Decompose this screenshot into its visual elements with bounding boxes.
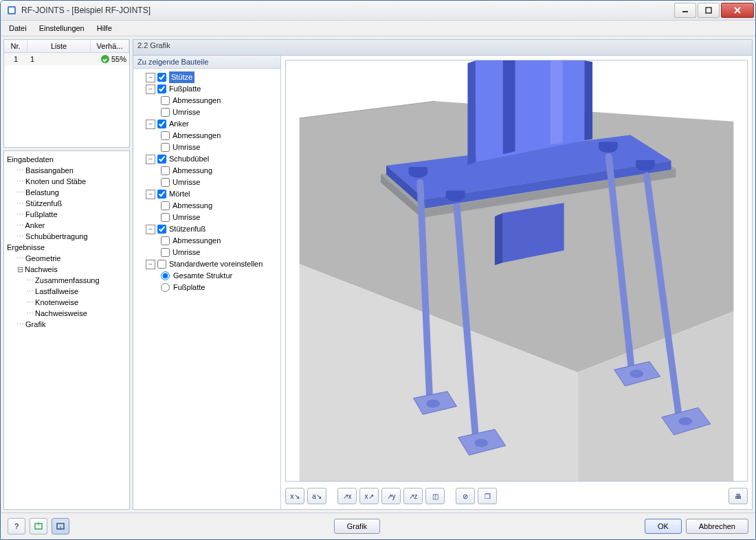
navigation-tree[interactable]: Eingabedaten ⋯ Basisangaben ⋯ Knoten und… (3, 150, 130, 510)
component-tree-header: Zu zeigende Bauteile (133, 56, 280, 69)
print-button[interactable]: 🖶 (729, 488, 748, 504)
view-btn-z[interactable]: ↗z (403, 488, 423, 504)
chk-sf-abm[interactable] (161, 236, 170, 245)
chk-std[interactable] (157, 260, 166, 269)
menu-settings[interactable]: Einstellungen (34, 23, 90, 34)
cell-ratio: 55% (91, 53, 129, 65)
node-moertel[interactable]: –Mörtel (135, 188, 279, 200)
view-btn-multi[interactable]: ❐ (478, 488, 497, 504)
grafik-button[interactable]: Grafik (334, 519, 380, 534)
nav-fussplatte[interactable]: ⋯ Fußplatte (7, 209, 126, 220)
view-btn-y[interactable]: ↗y (381, 488, 401, 504)
svg-rect-27 (599, 142, 618, 148)
node-std-fp[interactable]: Fußplatte (135, 282, 279, 293)
3d-viewport[interactable] (285, 60, 748, 482)
nav-schub[interactable]: ⋯ Schubübertragung (7, 231, 126, 242)
nav-zusammenfassung[interactable]: ⋯ Zusammenfassung (7, 275, 126, 286)
view-btn-iso[interactable]: ↗x (337, 488, 357, 504)
node-anker-abm[interactable]: Abmessungen (135, 130, 279, 142)
nav-anker[interactable]: ⋯ Anker (7, 220, 126, 231)
view-btn-zoom[interactable]: ⊘ (456, 488, 475, 504)
chk-stuetzenfuss[interactable] (157, 225, 166, 234)
node-fp-umr[interactable]: Umrisse (135, 106, 279, 118)
node-sf-umr[interactable]: Umrisse (135, 247, 279, 258)
nav-stuetzenfuss[interactable]: ⋯ Stützenfuß (7, 198, 126, 209)
nav-nachweis[interactable]: ⊟Nachweis (7, 264, 126, 275)
node-fussplatte[interactable]: –Fußplatte (135, 83, 279, 95)
footer-btn-import[interactable] (30, 518, 47, 535)
table-row[interactable]: 1 1 55% (4, 53, 129, 65)
svg-rect-31 (636, 160, 655, 167)
minimize-button[interactable] (674, 3, 696, 18)
node-anker-umr[interactable]: Umrisse (135, 142, 279, 153)
chk-anker-umr[interactable] (161, 143, 170, 152)
radio-gesamte[interactable] (161, 271, 170, 280)
chk-anker-abm[interactable] (161, 131, 170, 140)
node-mo-abm[interactable]: Abmessung (135, 200, 279, 212)
svg-marker-18 (467, 60, 476, 165)
svg-rect-25 (409, 167, 428, 174)
chk-mo-abm[interactable] (161, 201, 170, 210)
chk-sf-umr[interactable] (161, 248, 170, 257)
footer-btn-export[interactable] (52, 518, 69, 535)
view-btn-box[interactable]: ◫ (425, 488, 445, 504)
chk-schubduebel[interactable] (157, 155, 166, 164)
svg-marker-19 (584, 60, 592, 140)
maximize-button[interactable] (698, 3, 720, 18)
nav-lastfallweise[interactable]: ⋯ Lastfallweise (7, 286, 126, 297)
svg-point-43 (678, 417, 692, 425)
nav-nachweisweise[interactable]: ⋯ Nachweisweise (7, 308, 126, 319)
nav-geometrie[interactable]: ⋯ Geometrie (7, 253, 126, 264)
nav-knoten[interactable]: ⋯ Knoten und Stäbe (7, 176, 126, 187)
view-btn-arot[interactable]: a↘ (307, 488, 326, 504)
view-btn-x[interactable]: x↗ (359, 488, 379, 504)
menu-help[interactable]: Hilfe (91, 23, 118, 34)
viewer-toolbar: x↘ a↘ ↗x x↗ ↗y ↗z ◫ ⊘ ❐ 🖶 (281, 486, 752, 509)
node-sf-abm[interactable]: Abmessungen (135, 235, 279, 247)
chk-fp-abm[interactable] (161, 96, 170, 105)
chk-sd-abm[interactable] (161, 166, 170, 175)
svg-rect-1 (9, 8, 14, 13)
svg-marker-20 (503, 60, 515, 154)
window-title: RF-JOINTS - [Beispiel RF-JOINTS] (21, 5, 673, 15)
chk-stuetze[interactable] (157, 73, 166, 82)
panel-title: 2.2 Grafik (133, 39, 753, 55)
ok-button[interactable]: OK (645, 519, 682, 534)
chk-sd-umr[interactable] (161, 178, 170, 187)
node-anker[interactable]: –Anker (135, 118, 279, 130)
nav-knotenweise[interactable]: ⋯ Knotenweise (7, 297, 126, 308)
node-standardwerte[interactable]: –Standardwerte voreinstellen (135, 258, 279, 270)
node-sd-umr[interactable]: Umrisse (135, 177, 279, 188)
radio-fussplatte[interactable] (161, 283, 170, 292)
cancel-button[interactable]: Abbrechen (686, 519, 748, 534)
menubar: Datei Einstellungen Hilfe (1, 21, 755, 36)
node-schubduebel[interactable]: –Schubdübel (135, 153, 279, 165)
node-sd-abm[interactable]: Abmessung (135, 165, 279, 177)
close-button[interactable] (721, 3, 754, 18)
cell-nr: 1 (4, 53, 27, 65)
dialog-footer: ? Grafik OK Abbrechen (1, 513, 755, 539)
nav-ergebnisse[interactable]: Ergebnisse (7, 242, 126, 253)
svg-marker-23 (495, 213, 503, 265)
chk-moertel[interactable] (157, 190, 166, 199)
help-button[interactable]: ? (8, 518, 25, 535)
chk-fp-umr[interactable] (161, 108, 170, 117)
nav-eingabedaten[interactable]: Eingabedaten (7, 154, 126, 165)
chk-fussplatte[interactable] (157, 85, 166, 93)
menu-file[interactable]: Datei (3, 23, 32, 34)
node-stuetze[interactable]: –Stütze (135, 71, 279, 83)
nav-grafik[interactable]: ⋯ Grafik (7, 319, 126, 330)
ratio-value: 55% (111, 55, 126, 63)
node-mo-umr[interactable]: Umrisse (135, 212, 279, 223)
nav-belastung[interactable]: ⋯ Belastung (7, 187, 126, 198)
node-fp-abm[interactable]: Abmessungen (135, 95, 279, 106)
nav-basisangaben[interactable]: ⋯ Basisangaben (7, 165, 126, 176)
view-btn-xrot[interactable]: x↘ (285, 488, 304, 504)
node-stuetzenfuss[interactable]: –Stützenfuß (135, 223, 279, 235)
col-list[interactable]: Liste (27, 40, 91, 52)
chk-anker[interactable] (157, 120, 166, 128)
chk-mo-umr[interactable] (161, 213, 170, 222)
col-nr[interactable]: Nr. (4, 40, 27, 52)
col-ratio[interactable]: Verhä... (91, 40, 129, 52)
node-gesamte[interactable]: Gesamte Struktur (135, 270, 279, 282)
